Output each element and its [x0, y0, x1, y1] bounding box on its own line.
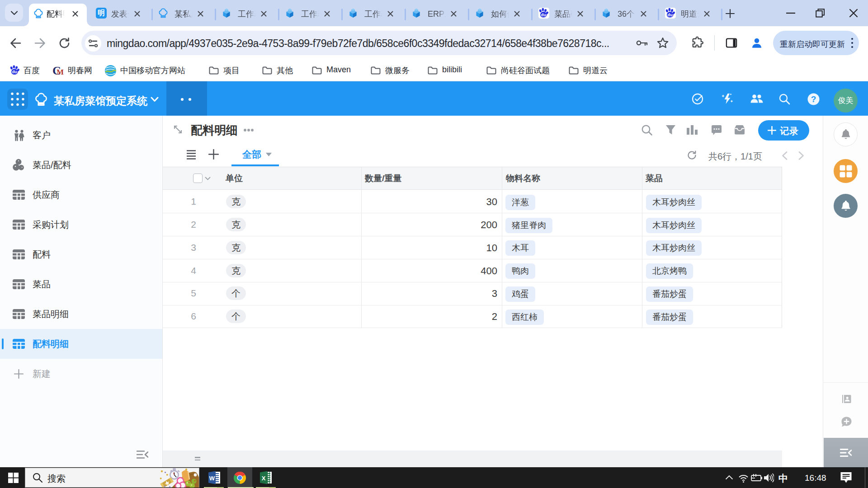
svg-text:W: W — [209, 475, 215, 482]
svg-text:X: X — [262, 475, 266, 482]
